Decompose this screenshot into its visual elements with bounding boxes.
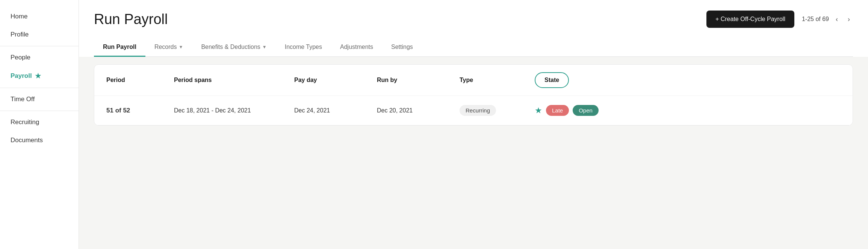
sidebar-item-label: Payroll <box>11 72 32 80</box>
sidebar-divider-1 <box>0 46 79 46</box>
sidebar-item-people[interactable]: People <box>0 49 79 67</box>
col-header-run-by: Run by <box>377 77 460 84</box>
sidebar-item-label: Time Off <box>11 96 35 103</box>
pagination-text: 1-25 of 69 <box>802 16 829 23</box>
sidebar-item-label: Recruiting <box>11 118 39 126</box>
col-header-period: Period <box>106 77 174 84</box>
table-header-row: Period Period spans Pay day Run by Type … <box>94 65 853 96</box>
badge-late: Late <box>546 105 569 116</box>
sidebar-item-payroll[interactable]: Payroll ★ <box>0 67 79 85</box>
col-header-type: Type <box>460 77 535 84</box>
tab-settings[interactable]: Settings <box>382 38 422 57</box>
content-area: Period Period spans Pay day Run by Type … <box>79 57 868 249</box>
tab-run-payroll[interactable]: Run Payroll <box>94 38 145 57</box>
sidebar-item-label: People <box>11 54 30 61</box>
cell-period-spans: Dec 18, 2021 - Dec 24, 2021 <box>174 107 294 114</box>
header-right: + Create Off-Cycle Payroll 1-25 of 69 ‹ … <box>706 11 853 28</box>
sidebar: Home Profile People Payroll ★ Time Off R… <box>0 0 79 249</box>
tabs-nav: Run Payroll Records ▼ Benefits & Deducti… <box>94 38 853 57</box>
sidebar-item-label: Home <box>11 13 27 20</box>
tab-adjustments[interactable]: Adjustments <box>331 38 382 57</box>
table-row: 51 of 52 Dec 18, 2021 - Dec 24, 2021 Dec… <box>94 96 853 125</box>
badge-recurring: Recurring <box>460 105 496 116</box>
sidebar-item-home[interactable]: Home <box>0 8 79 26</box>
pagination: 1-25 of 69 ‹ › <box>802 14 853 25</box>
chevron-down-icon: ▼ <box>262 44 267 50</box>
sidebar-item-profile[interactable]: Profile <box>0 26 79 44</box>
header: Run Payroll + Create Off-Cycle Payroll 1… <box>79 0 868 57</box>
col-header-pay-day: Pay day <box>294 77 377 84</box>
sidebar-divider-3 <box>0 111 79 111</box>
cell-type: Recurring <box>460 105 535 116</box>
cell-pay-day: Dec 24, 2021 <box>294 107 377 114</box>
state-column-button[interactable]: State <box>535 72 569 88</box>
pagination-next-button[interactable]: › <box>845 14 853 25</box>
col-header-period-spans: Period spans <box>174 77 294 84</box>
create-off-cycle-button[interactable]: + Create Off-Cycle Payroll <box>706 11 794 28</box>
star-icon: ★ <box>35 72 41 80</box>
sidebar-divider-2 <box>0 88 79 88</box>
tab-benefits-deductions[interactable]: Benefits & Deductions ▼ <box>192 38 275 57</box>
sidebar-item-label: Profile <box>11 31 29 38</box>
tab-income-types[interactable]: Income Types <box>276 38 331 57</box>
sidebar-item-time-off[interactable]: Time Off <box>0 90 79 108</box>
chevron-down-icon: ▼ <box>178 44 183 50</box>
star-rating-icon[interactable]: ★ <box>535 106 542 115</box>
cell-period: 51 of 52 <box>106 107 174 114</box>
tab-records[interactable]: Records ▼ <box>145 38 192 57</box>
sidebar-item-documents[interactable]: Documents <box>0 131 79 149</box>
payroll-table: Period Period spans Pay day Run by Type … <box>94 64 853 126</box>
pagination-prev-button[interactable]: ‹ <box>833 14 841 25</box>
header-top: Run Payroll + Create Off-Cycle Payroll 1… <box>94 11 853 28</box>
page-title: Run Payroll <box>94 11 168 27</box>
cell-state: ★ Late Open <box>535 105 841 116</box>
badge-open: Open <box>573 105 599 116</box>
sidebar-item-label: Documents <box>11 137 43 144</box>
cell-run-by: Dec 20, 2021 <box>377 107 460 114</box>
sidebar-item-recruiting[interactable]: Recruiting <box>0 113 79 131</box>
main-content: Run Payroll + Create Off-Cycle Payroll 1… <box>79 0 868 249</box>
state-filter-button[interactable]: State <box>535 72 841 88</box>
